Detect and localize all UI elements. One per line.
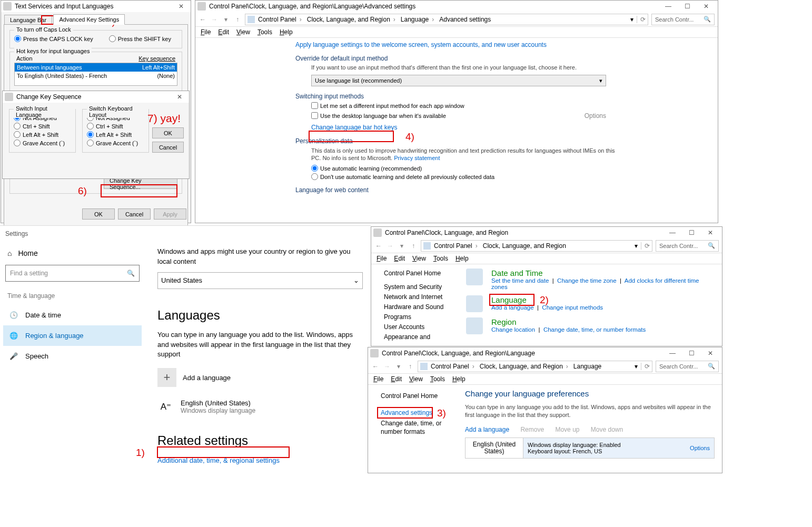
ok-button[interactable]: OK [152,127,184,138]
nav-cp-home[interactable]: Control Panel Home [381,392,454,400]
close-button[interactable]: ✕ [697,1,716,12]
link-set-time[interactable]: Set the time and date [491,277,549,284]
back-button[interactable]: ← [374,242,383,250]
link-add-lang[interactable]: Add a language [491,304,534,311]
menu-tools[interactable]: Tools [433,255,448,262]
radio-grave-r[interactable]: Grave Accent (`) [87,140,144,146]
back-button[interactable]: ← [199,16,207,23]
radio-alt-shift-l[interactable]: Left Alt + Shift [14,131,71,138]
breadcrumb[interactable]: Control Panel Clock, Language, and Regio… [245,14,648,25]
crumb-cp[interactable]: Control Panel [431,363,477,370]
crumb-lang[interactable]: Language [573,363,601,370]
lang-list-row[interactable]: English (United States) Windows display … [465,437,715,459]
close-button[interactable]: ✕ [174,1,189,12]
forward-button[interactable]: → [210,16,219,23]
close-button[interactable]: ✕ [172,91,187,103]
nav-appearance[interactable]: Appearance and [384,333,458,341]
tab-advanced-key[interactable]: Advanced Key Settings [53,14,125,25]
crumb-clr[interactable]: Clock, Language, and Region [480,363,570,370]
nav-home[interactable]: ⌂Home [3,242,142,265]
change-hotkeys-link[interactable]: Change language bar hot keys [311,124,623,131]
minimize-button[interactable]: — [659,1,678,12]
nav-region-lang[interactable]: 🌐Region & language [3,325,142,346]
menu-tools[interactable]: Tools [430,375,445,383]
refresh-button[interactable]: ⟳ [637,16,646,23]
find-setting-input[interactable]: Find a setting🔍 [5,265,140,282]
hotkey-row-english[interactable]: To English (United States) - French(None… [15,72,177,80]
menu-file[interactable]: File [201,28,211,36]
crumb-cp[interactable]: Control Panel [258,16,304,23]
chevron-down-icon[interactable]: ▾ [635,363,638,370]
up-button[interactable]: ↑ [406,363,414,370]
add-language-button[interactable]: + Add a language [157,368,365,387]
welcome-link[interactable]: Apply language settings to the welcome s… [295,41,623,48]
menu-view[interactable]: View [412,255,426,262]
radio-ctrl-shift-l[interactable]: Ctrl + Shift [14,123,71,130]
history-dropdown[interactable]: ▾ [222,16,230,23]
history-dropdown[interactable]: ▾ [394,363,403,370]
nav-user-acc[interactable]: User Accounts [384,323,458,331]
search-input[interactable]: Search Contr...🔍 [651,14,715,25]
menu-edit[interactable]: Edit [391,375,402,383]
forward-button[interactable]: → [383,363,391,370]
nav-cp-home[interactable]: Control Panel Home [384,270,458,277]
override-dropdown[interactable]: Use language list (recommended)▾ [311,75,606,86]
maximize-button[interactable]: ☐ [682,227,701,238]
privacy-link[interactable]: Privacy statement [394,155,440,161]
link-change-fmt[interactable]: Change date, time, or number formats [543,326,646,333]
link-change-tz[interactable]: Change the time zone [557,277,617,284]
radio-auto-learn[interactable]: Use automatic learning (recommended) [311,165,623,172]
chevron-down-icon[interactable]: ▾ [630,16,633,23]
menu-edit[interactable]: Edit [394,255,405,262]
tab-language-bar[interactable]: Language Bar [4,15,52,25]
forward-button[interactable]: → [386,242,394,250]
region-heading[interactable]: Region [491,317,646,326]
menu-view[interactable]: View [409,375,423,383]
menu-tools[interactable]: Tools [258,28,272,36]
minimize-button[interactable]: — [663,227,682,238]
link-change-loc[interactable]: Change location [491,326,535,333]
apply-button[interactable]: Apply [154,208,186,220]
crumb-clr[interactable]: Clock, Language, and Region [483,242,566,250]
nav-hardware[interactable]: Hardware and Sound [384,303,458,311]
breadcrumb[interactable]: Control Panel Clock, Language, and Regio… [421,240,652,252]
maximize-button[interactable]: ☐ [682,347,701,359]
close-button[interactable]: ✕ [701,347,720,359]
menu-edit[interactable]: Edit [218,28,229,36]
menu-file[interactable]: File [373,375,383,383]
radio-alt-shift-r[interactable]: Left Alt + Shift [87,131,144,138]
nav-system-sec[interactable]: System and Security [384,283,458,291]
radio-grave-l[interactable]: Grave Accent (`) [14,140,71,146]
menu-help[interactable]: Help [455,255,469,262]
link-change-input[interactable]: Change input methods [542,304,603,311]
nav-date-time[interactable]: 🕓Date & time [3,305,142,325]
crumb-cp[interactable]: Control Panel [434,242,480,250]
crumb-lang[interactable]: Language [401,16,436,23]
ok-button[interactable]: OK [82,208,115,220]
breadcrumb[interactable]: Control Panel Clock, Language, and Regio… [418,361,652,372]
toolbar-add-lang[interactable]: Add a language [465,426,509,433]
radio-caps-lock[interactable]: Press the CAPS LOCK key [14,35,93,42]
menu-help[interactable]: Help [452,375,466,383]
maximize-button[interactable]: ☐ [678,1,697,12]
lang-options-link[interactable]: Options [690,445,710,451]
nav-change-fmt[interactable]: Change date, time, or number formats [381,420,454,436]
nav-speech[interactable]: 🎤Speech [3,346,142,366]
close-button[interactable]: ✕ [701,227,720,238]
chevron-down-icon[interactable]: ▾ [635,242,638,250]
crumb-clr[interactable]: Clock, Language, and Region [307,16,398,23]
menu-help[interactable]: Help [280,28,293,36]
datetime-heading[interactable]: Date and Time [491,269,717,277]
options-link[interactable]: Options [585,112,606,120]
up-button[interactable]: ↑ [233,16,242,23]
nav-programs[interactable]: Programs [384,313,458,321]
radio-shift[interactable]: Press the SHIFT key [109,35,171,42]
minimize-button[interactable]: — [663,347,682,359]
language-item-english[interactable]: A⁼ English (United States) Windows displ… [157,399,365,414]
radio-no-learn[interactable]: Don't use automatic learning and delete … [311,173,623,180]
chk-desktop-bar[interactable]: Use the desktop language bar when it's a… [311,112,446,119]
crumb-adv[interactable]: Advanced settings [439,16,491,23]
related-link[interactable]: Additional date, time, & regional settin… [157,456,365,464]
chk-per-app[interactable]: Let me set a different input method for … [311,102,623,109]
up-button[interactable]: ↑ [409,242,418,250]
